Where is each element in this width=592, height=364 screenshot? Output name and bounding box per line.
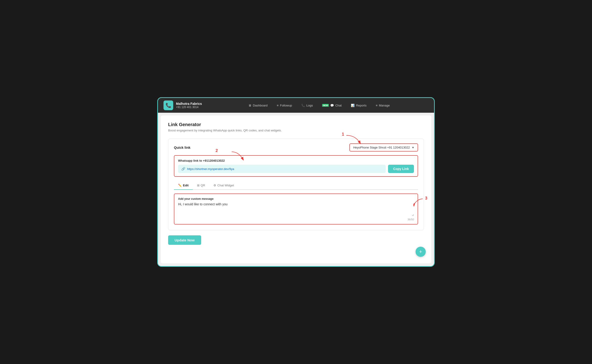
custom-message-box: Add your custom message Hi, I would like… xyxy=(174,194,418,225)
reports-icon: 📊 xyxy=(351,104,355,107)
link-row: 🔗 https://shortner.myoperator.dev/9ya Co… xyxy=(178,165,414,173)
phone-dropdown[interactable]: HeyoPhone Stage Shruti +91 1204013022 ▼ xyxy=(350,143,418,151)
message-char-count: 36/50 xyxy=(178,218,414,221)
page-title: Link Generator xyxy=(168,122,424,127)
chat-widget-icon: ⚙ xyxy=(214,184,216,187)
whatsapp-link-box: Whatsapp link to +911204013022 🔗 https:/… xyxy=(174,155,418,177)
tabs-bar: ✏️ Edit ⊞ QR ⚙ Chat Widget xyxy=(174,181,418,190)
annotation-1: 1 xyxy=(342,132,344,137)
logo-area: 📞 Malhotra Fabrics +91 120 401 3014 xyxy=(163,100,210,110)
logo-icon: 📞 xyxy=(163,100,173,110)
update-now-button[interactable]: Update Now xyxy=(168,235,201,245)
dropdown-value: HeyoPhone Stage Shruti +91 1204013022 xyxy=(353,146,410,149)
followup-icon: ≡ xyxy=(277,104,279,107)
link-input-area: 🔗 https://shortner.myoperator.dev/9ya xyxy=(178,165,386,173)
new-badge: NEW xyxy=(322,104,329,107)
header: 📞 Malhotra Fabrics +91 120 401 3014 🖥 Da… xyxy=(158,98,434,113)
quick-link-section: Quick link 1 HeyoPhone Stage Shruti +91 … xyxy=(168,139,424,230)
link-chain-icon: 🔗 xyxy=(181,167,185,171)
page-subtitle: Boost engagement by integrating WhatsApp… xyxy=(168,129,424,132)
dropdown-arrow-icon: ▼ xyxy=(412,146,414,149)
link-url[interactable]: https://shortner.myoperator.dev/9ya xyxy=(187,167,234,171)
qr-icon: ⊞ xyxy=(197,184,200,187)
section-header: Quick link 1 HeyoPhone Stage Shruti +91 … xyxy=(174,143,418,151)
company-name: Malhotra Fabrics xyxy=(176,102,202,105)
link-box-label: Whatsapp link to +911204013022 xyxy=(178,159,414,162)
nav-reports[interactable]: 📊 Reports xyxy=(347,102,370,109)
annotation-3: 3 xyxy=(425,196,427,201)
chat-icon: 💬 xyxy=(330,104,334,107)
logo-text: Malhotra Fabrics +91 120 401 3014 xyxy=(176,102,202,109)
section-title: Quick link xyxy=(174,145,191,150)
nav-chat[interactable]: NEW 💬 Chat xyxy=(318,102,345,109)
message-label: Add your custom message xyxy=(178,197,414,201)
nav-logs[interactable]: 📞 Logs xyxy=(298,102,316,109)
fab-button[interactable]: + xyxy=(416,247,426,257)
tab-edit[interactable]: ✏️ Edit xyxy=(174,181,193,190)
message-textarea[interactable]: Hi, I would like to connect with you xyxy=(178,202,414,216)
main-nav: 🖥 Dashboard ≡ Followup 📞 Logs NEW 💬 Chat… xyxy=(210,102,429,109)
app-frame: 📞 Malhotra Fabrics +91 120 401 3014 🖥 Da… xyxy=(157,97,435,267)
manage-icon: ≡ xyxy=(376,104,378,107)
logs-icon: 📞 xyxy=(301,104,305,107)
nav-dashboard[interactable]: 🖥 Dashboard xyxy=(245,102,271,109)
copy-link-button[interactable]: Copy Link xyxy=(388,165,414,173)
dashboard-icon: 🖥 xyxy=(248,104,251,107)
nav-followup[interactable]: ≡ Followup xyxy=(273,102,296,109)
tab-chat-widget[interactable]: ⚙ Chat Widget xyxy=(209,181,238,190)
nav-manage[interactable]: ≡ Manage xyxy=(372,102,394,109)
tab-qr[interactable]: ⊞ QR xyxy=(193,181,209,190)
company-phone: +91 120 401 3014 xyxy=(176,105,202,109)
main-content: Link Generator Boost engagement by integ… xyxy=(161,116,431,263)
edit-icon: ✏️ xyxy=(178,184,182,187)
fab-plus-icon: + xyxy=(419,249,422,255)
